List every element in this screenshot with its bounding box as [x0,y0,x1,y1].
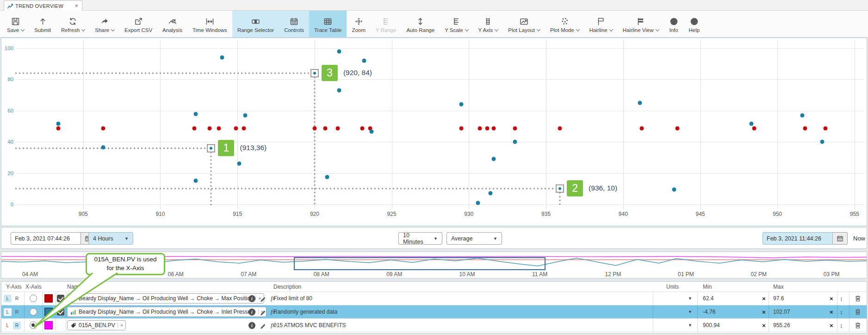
units-dropdown-icon[interactable]: ▼ [688,310,692,314]
trace-tag-pill[interactable]: 015A_BEN.PV × [67,320,126,330]
column-separator [66,292,66,305]
clear-min-icon[interactable]: × [762,295,766,302]
hairline-vertical[interactable] [211,148,212,206]
x-axis-radio[interactable] [30,322,37,329]
toolbar-item-submit[interactable]: Submit [29,11,56,37]
toolbar-item-auto-range[interactable]: Auto Range [401,11,440,37]
toolbar-item-plot-mode[interactable]: Plot Mode [545,11,584,37]
toolbar-item-info[interactable]: iInfo [664,11,684,37]
clear-min-icon[interactable]: × [762,309,766,316]
right-axis-button[interactable]: R [13,322,21,329]
toolbar-item-share[interactable]: Share [90,11,119,37]
left-axis-button[interactable]: L [4,322,12,329]
right-axis-button[interactable]: R [13,308,21,316]
marker-coordinates: (920, 84) [343,69,372,77]
toolbar-item-refresh[interactable]: Refresh [56,11,90,37]
trace-visible-checkbox[interactable] [57,295,64,302]
trash-icon[interactable] [854,308,862,316]
clear-min-icon[interactable]: × [762,322,766,329]
trace-row-inlet-pressure[interactable]: L R Beardy Display_Name → Oil Producing … [1,305,867,319]
toolbar-item-y-axis[interactable]: Y Axis [473,11,503,37]
trash-icon[interactable] [854,295,862,302]
info-icon[interactable]: i [248,322,255,329]
chevron-down-icon [576,27,579,31]
column-separator [43,319,43,332]
x-gridline [83,40,84,209]
marker-handle-icon[interactable] [556,184,564,193]
max-value[interactable]: 97.6 [773,292,784,305]
left-axis-button[interactable]: L [4,308,12,316]
pencil-icon[interactable] [260,309,267,316]
submit-icon [38,15,48,27]
auto-range-trace-icon[interactable]: ↕ [840,295,843,302]
toolbar-item-hairline[interactable]: Hairline [584,11,618,37]
trace-table-header: Y-Axis X-Axis Name Description Units Min… [1,282,867,292]
trace-tag-pill[interactable]: Beardy Display_Name → Oil Producing Well… [67,293,264,303]
hairline-horizontal[interactable] [15,188,560,190]
end-calendar-button[interactable] [833,232,848,245]
scatter-point [362,58,366,63]
callout-text: 015A_BEN.PV is used [94,255,156,264]
min-value[interactable]: 62.4 [703,292,713,305]
start-time-input[interactable] [11,232,81,245]
trash-icon[interactable] [854,322,862,329]
clear-max-icon[interactable]: × [830,322,833,329]
remove-trace-icon[interactable]: × [118,322,123,328]
column-separator [769,319,769,332]
aggregate-select[interactable]: Average ▼ [446,232,502,245]
column-separator [837,292,837,305]
clear-max-icon[interactable]: × [830,295,833,302]
trace-row-max-position[interactable]: L R Beardy Display_Name → Oil Producing … [1,292,867,305]
interval-select[interactable]: 10 Minutes ▼ [398,232,442,245]
plot-mode-icon [560,15,570,27]
units-dropdown-icon[interactable]: ▼ [688,296,692,301]
hairline-horizontal[interactable] [15,147,211,149]
toolbar-item-plot-layout[interactable]: Plot Layout [503,11,545,37]
toolbar-item-range-selector[interactable]: Range Selector [232,11,279,37]
info-icon[interactable]: i [248,295,255,302]
toolbar-item-y-scale[interactable]: Y Scale [440,11,473,37]
left-axis-button[interactable]: L [4,295,12,303]
pencil-icon[interactable] [260,295,267,302]
trace-color-swatch[interactable] [44,308,53,316]
toolbar-item-analysis[interactable]: Analysis [157,11,187,37]
auto-range-trace-icon[interactable]: ↕ [840,322,843,329]
hairline-horizontal[interactable] [15,72,315,74]
toolbar-item-trace-table[interactable]: Trace Table [309,11,347,37]
x-axis-radio[interactable] [30,295,37,302]
marker-handle-icon[interactable] [207,144,215,152]
min-value[interactable]: 900.94 [703,319,720,332]
toolbar-item-export-csv[interactable]: Export CSV [119,11,157,37]
toolbar-item-zoom[interactable]: Zoom [347,11,370,37]
toolbar-item-time-windows[interactable]: Time Windows [187,11,232,37]
trace-tag-pill[interactable]: Beardy Display_Name → Oil Producing Well… [67,307,267,317]
scatter-plot-area[interactable]: 9059109159209259309359409459509550204060… [15,48,864,204]
hairline-vertical[interactable] [314,73,315,206]
clear-max-icon[interactable]: × [830,309,833,316]
time-window-select[interactable]: 4 Hours ▼ [88,232,133,245]
marker-handle-icon[interactable] [310,69,319,77]
trace-color-swatch[interactable] [44,294,53,303]
tab-close-icon[interactable]: × [74,2,79,9]
info-icon[interactable]: i [248,309,255,316]
x-tick-label: 940 [619,211,628,217]
auto-range-trace-icon[interactable]: ↕ [840,309,843,316]
trace-visible-checkbox[interactable] [57,308,64,316]
max-value[interactable]: 102.07 [773,305,790,318]
max-value[interactable]: 955.26 [773,319,790,332]
chevron-down-icon [81,27,85,31]
toolbar-item-help[interactable]: ?Help [684,11,705,37]
toolbar-item-hairline-view[interactable]: Hairline View [618,11,664,37]
right-axis-button[interactable]: R [13,295,21,303]
trace-color-swatch[interactable] [44,321,53,329]
toolbar-item-save[interactable]: Save [2,11,29,37]
toolbar-item-controls[interactable]: Controls [279,11,309,37]
overview-selection-box[interactable] [294,257,546,270]
tab-trend-overview[interactable]: TREND OVERVIEW × [4,0,82,11]
units-dropdown-icon[interactable]: ▼ [688,323,692,328]
pencil-icon[interactable] [260,322,267,329]
min-value[interactable]: -4.76 [703,305,715,318]
end-time-input[interactable] [763,232,833,245]
x-axis-radio[interactable] [30,308,37,316]
trace-row-015a-ben-pv[interactable]: L R 015A_BEN.PV × i fx 015 ATMOS MVC BEN… [1,319,867,332]
